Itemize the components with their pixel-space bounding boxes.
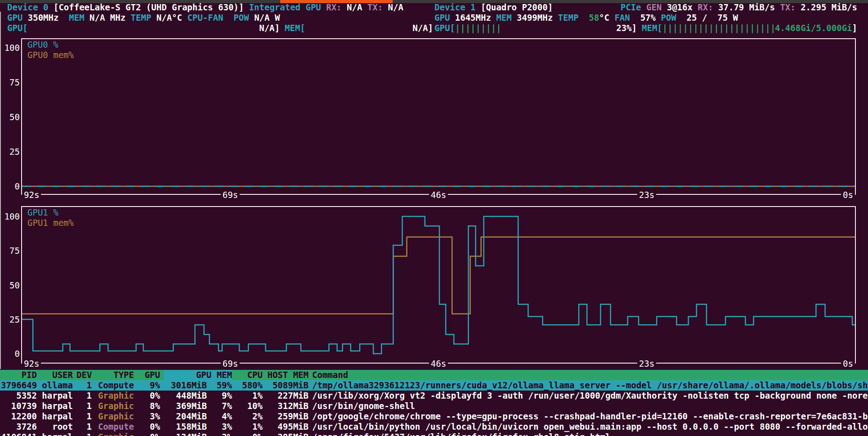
cell-command: /opt/google/chrome/chrome --type=gpu-pro…	[312, 411, 868, 422]
bar-value: 23%]	[616, 23, 637, 33]
text-segment: Integrated GPU	[249, 2, 327, 12]
table-row[interactable]: 4106841harpal1Graphic0%134MiB3%0%285MiB/…	[0, 432, 868, 436]
cell-cpu: 1%	[236, 391, 263, 401]
legend-mem-label: GPU1 mem%	[27, 218, 74, 228]
bar-close: ]	[852, 23, 857, 33]
text-segment: TEMP	[131, 13, 157, 22]
cell-host-mem: 259MiB	[266, 411, 309, 422]
text-segment: MEM	[69, 13, 89, 22]
cell-dev: 1	[76, 401, 92, 411]
text-segment: [Quadro P2000]	[481, 2, 553, 12]
cell-gpu-mem: 158MiB	[164, 422, 207, 432]
cell-command: /usr/local/bin/python /usr/local/bin/uvi…	[312, 422, 868, 432]
chart-plot-area	[22, 207, 855, 363]
cell-type: Graphic	[95, 432, 134, 436]
text-segment: TX:	[367, 2, 388, 12]
cell-type: Graphic	[95, 401, 134, 411]
text-segment: TX:	[780, 2, 801, 12]
x-axis-label: 92s	[22, 190, 41, 200]
cell-host-mem: 227MiB	[266, 391, 309, 401]
process-table: PIDUSERDEVTYPEGPUGPU MEMCPUHOST MEMComma…	[0, 370, 868, 436]
text-segment: MEM	[496, 13, 517, 22]
cell-gpu-mem: 134MiB	[164, 432, 207, 436]
text-segment: N/A°C	[157, 13, 188, 22]
text-segment: N/A	[347, 2, 367, 12]
y-axis-label: 75	[0, 77, 20, 87]
cell-dev: 1	[76, 411, 92, 422]
text-segment: RX:	[698, 2, 718, 12]
chart-legend: GPU1 %GPU1 mem%	[27, 207, 74, 228]
cell-host-mem: 285MiB	[266, 432, 309, 436]
bar-label: MEM[	[285, 23, 305, 33]
cell-pid: 4106841	[1, 432, 37, 436]
text-segment: GEN	[646, 2, 667, 12]
text-segment: CPU-FAN POW	[187, 13, 254, 22]
cell-dev: 1	[76, 380, 92, 391]
gpu1-history-chart: GPU1 %GPU1 mem%100755025092s69s46s23s0s	[21, 206, 856, 364]
cell-gpu: 0%	[138, 391, 160, 401]
cell-cpu: 2%	[236, 411, 263, 422]
text-segment: Device 1	[434, 2, 481, 12]
cell-command: /tmp/ollama3293612123/runners/cuda_v12/o…	[312, 380, 868, 391]
cell-mem-pct: 59%	[210, 380, 232, 391]
text-segment: N/A	[388, 2, 403, 12]
y-axis-label: 0	[0, 349, 20, 359]
x-axis-label: 69s	[221, 359, 240, 369]
chart-legend: GPU0 %GPU0 mem%	[27, 40, 74, 60]
cell-gpu-mem: 204MiB	[164, 411, 207, 422]
cell-type: Compute	[95, 380, 134, 391]
bar-value: 4.468Gi/5.000Gi	[775, 23, 852, 33]
bar-value: N/A]	[259, 23, 280, 33]
cell-command: /usr/lib/xorg/Xorg vt2 -displayfd 3 -aut…	[312, 391, 868, 401]
y-axis-label: 100	[0, 211, 20, 221]
text-segment: 57%	[635, 13, 661, 22]
text-segment: 37.79 MiB/s	[718, 2, 780, 12]
text-segment: 25 / 75 W	[681, 13, 738, 22]
bar-label: GPU[	[7, 23, 28, 33]
gpu1-utilization-bar: GPU[|||||||||23%]	[434, 23, 637, 33]
cell-pid: 3726	[1, 422, 37, 432]
cell-gpu-mem: 448MiB	[164, 391, 207, 401]
device0-clocks: GPU 350MHz MEM N/A MHz TEMP N/A°C CPU-FA…	[7, 13, 280, 23]
table-row[interactable]: 3726root1Compute0%158MiB3%1%495MiB/usr/l…	[0, 422, 868, 432]
cell-user: harpal	[40, 432, 73, 436]
cell-pid: 10739	[1, 401, 37, 411]
text-segment: RX:	[326, 2, 347, 12]
cell-cpu: 580%	[236, 380, 263, 391]
cell-gpu: 3%	[138, 411, 160, 422]
header-cell-command: Command	[312, 370, 868, 380]
text-segment: Device 0	[7, 2, 54, 12]
table-header-row: PIDUSERDEVTYPEGPUGPU MEMCPUHOST MEMComma…	[0, 370, 868, 380]
bar-ticks: |||||||||	[455, 23, 501, 33]
x-axis-label: 0s	[841, 190, 855, 200]
table-row[interactable]: 5352harpal1Graphic0%448MiB9%1%227MiB/usr…	[0, 391, 868, 401]
bar-ticks: ||||||||||||||||||||||||||||||||||||||||…	[662, 23, 775, 33]
table-row[interactable]: 3796649ollama1Compute9%3016MiB59%580%508…	[0, 380, 868, 391]
x-axis-label: 46s	[429, 359, 448, 369]
table-row[interactable]: 12200harpal1Graphic3%204MiB4%2%259MiB/op…	[0, 411, 868, 422]
table-row[interactable]: 10739harpal1Graphic8%369MiB7%10%312MiB/u…	[0, 401, 868, 411]
cell-cpu: 0%	[236, 432, 263, 436]
text-segment: [CoffeeLake-S GT2 (UHD Graphics 630)]	[54, 2, 249, 12]
header-cell-host-mem: HOST MEM	[266, 370, 309, 380]
cell-cpu: 1%	[236, 422, 263, 432]
cell-dev: 1	[76, 432, 92, 436]
gpu0-memory-bar: MEM[N/A]	[285, 23, 433, 33]
gpu0-utilization-bar: GPU[N/A]	[7, 23, 280, 33]
cell-gpu: 9%	[138, 380, 160, 391]
text-segment: PCIe	[621, 2, 646, 12]
cell-mem-pct: 7%	[210, 401, 232, 411]
x-axis-label: 23s	[637, 190, 656, 200]
header-line-1: Device 0 [CoffeeLake-S GT2 (UHD Graphics…	[0, 2, 868, 13]
text-segment: GPU	[434, 13, 455, 22]
cell-mem-pct: 9%	[210, 391, 232, 401]
cell-dev: 1	[76, 391, 92, 401]
header-cell-gpu-mem-sorted[interactable]: GPU MEM	[164, 370, 232, 380]
text-segment: GPU	[7, 13, 28, 22]
header-cell-dev: DEV	[76, 370, 92, 380]
x-axis-label: 69s	[221, 190, 240, 200]
y-axis-label: 25	[0, 147, 20, 157]
text-segment: 1645MHz	[455, 13, 497, 22]
bar-fill	[305, 23, 412, 33]
legend-mem-label: GPU0 mem%	[27, 50, 74, 60]
